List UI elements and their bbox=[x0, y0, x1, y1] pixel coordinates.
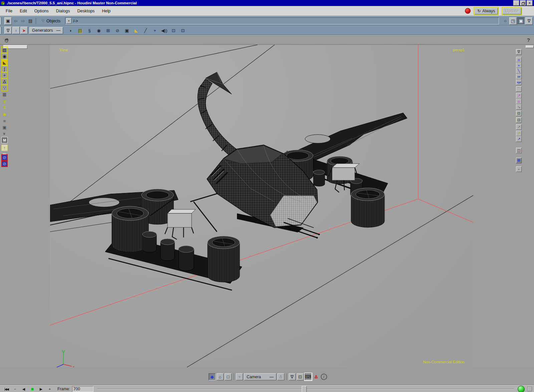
menu-dialogs[interactable]: Dialogs bbox=[52, 7, 74, 15]
timeline-slider[interactable] bbox=[97, 386, 514, 392]
subnet-tree-icon[interactable]: ▤ bbox=[77, 27, 83, 34]
viewport-camera-label[interactable]: persp1 bbox=[453, 48, 465, 52]
null-icon[interactable]: + bbox=[1, 72, 8, 78]
menu-edit[interactable]: Edit bbox=[16, 7, 31, 15]
record-indicator-icon[interactable] bbox=[465, 8, 471, 14]
model-icon[interactable]: ∆ bbox=[1, 78, 8, 85]
arrow-up-c-icon[interactable]: ↗ bbox=[516, 136, 522, 142]
step-forward-button[interactable]: + bbox=[47, 386, 53, 392]
bone-hook-icon[interactable]: § bbox=[86, 27, 93, 34]
hierarchy-up-icon[interactable]: ╨ bbox=[1, 105, 8, 112]
no-entry-a-icon[interactable]: ⊘ bbox=[1, 154, 8, 161]
viewport[interactable]: x z View persp1 Non-Commercial Edition bbox=[50, 45, 473, 367]
frame-all-button[interactable]: □ bbox=[225, 373, 232, 380]
pointer-tool-button[interactable]: ➤ bbox=[20, 27, 28, 34]
objects-context-label[interactable]: Objects bbox=[46, 19, 60, 23]
hand-tool-icon[interactable] bbox=[4, 37, 9, 43]
link-camera-button[interactable]: ♙ bbox=[277, 373, 284, 380]
translate-icon[interactable]: + bbox=[516, 62, 522, 68]
no-entry-b-icon[interactable]: ⊘ bbox=[1, 161, 8, 167]
frame-input[interactable] bbox=[72, 386, 93, 392]
flipbook-button[interactable]: Δ bbox=[313, 373, 320, 380]
menu-options[interactable]: Options bbox=[31, 7, 52, 15]
uv-icon[interactable]: uv bbox=[516, 74, 522, 79]
generators-dropdown[interactable]: Generators — bbox=[29, 27, 63, 34]
building-icon[interactable]: ▦ bbox=[1, 91, 8, 97]
box-select-b-icon[interactable]: ⊡ bbox=[516, 117, 522, 123]
pin-icon[interactable]: ╱ bbox=[142, 27, 149, 34]
quad-view-icon[interactable]: ⊞ bbox=[516, 158, 522, 163]
raise-arrow-button[interactable]: ↑ bbox=[12, 27, 20, 34]
select-filter-button[interactable]: ∇ bbox=[4, 27, 12, 34]
playbar-options-button[interactable] bbox=[527, 387, 532, 391]
light-icon[interactable]: ◣ bbox=[133, 27, 140, 34]
add-view-button[interactable]: + bbox=[236, 373, 243, 380]
always-update-button[interactable]: ↻ Always bbox=[474, 7, 499, 15]
plus-icon[interactable]: + bbox=[516, 166, 522, 172]
keyboard-button[interactable]: ⌨ bbox=[305, 373, 312, 380]
scope-b-icon[interactable]: ⊡ bbox=[180, 27, 186, 34]
scope-a-icon[interactable]: ⊡ bbox=[170, 27, 177, 34]
title-bar[interactable]: ./scenes/!bench/T2000_5.5_ani.hipnc - Ho… bbox=[0, 0, 534, 6]
arrow-icon[interactable]: ↘ bbox=[516, 104, 522, 110]
minimize-button[interactable]: _ bbox=[513, 0, 519, 6]
pose-icon[interactable]: ↗ bbox=[516, 93, 522, 99]
geometry-icon[interactable]: ▧ bbox=[1, 47, 8, 53]
arrow-up-b-icon[interactable]: ↗ bbox=[516, 131, 522, 136]
speaker-icon[interactable]: ◀)) bbox=[161, 27, 168, 34]
motion-view-icon[interactable]: M bbox=[1, 137, 8, 143]
select-icon[interactable]: ∇ bbox=[516, 49, 522, 55]
info-button[interactable]: i bbox=[321, 374, 327, 380]
hierarchy-down-icon[interactable]: ╥ bbox=[1, 97, 8, 104]
stop-button[interactable]: ■ bbox=[29, 386, 35, 392]
timeline-thumb[interactable] bbox=[302, 386, 307, 392]
xyz-icon[interactable]: xyz bbox=[516, 79, 522, 85]
box-select-a-icon[interactable]: ⊡ bbox=[516, 111, 522, 116]
close-button[interactable]: × bbox=[527, 0, 533, 6]
display-pane-button[interactable]: ▣ bbox=[4, 17, 12, 25]
view-mode-button[interactable]: ◆ bbox=[209, 373, 216, 380]
realtime-toggle-icon[interactable] bbox=[518, 386, 525, 392]
camera-icon[interactable]: ◉ bbox=[95, 27, 102, 34]
toolbar-grip[interactable] bbox=[0, 17, 3, 25]
camera-target-icon[interactable]: ⊘ bbox=[114, 27, 121, 34]
home-view-button[interactable]: ⌂ bbox=[217, 373, 224, 380]
metaball-icon[interactable]: ∵ bbox=[1, 85, 8, 91]
viewport-view-label[interactable]: View bbox=[59, 48, 68, 52]
cube-icon[interactable]: ▣ bbox=[123, 27, 130, 34]
network-path-field[interactable]: ▾ /-> bbox=[65, 17, 499, 24]
menu-desktops[interactable]: Desktops bbox=[73, 7, 98, 15]
viewport-canvas[interactable]: x z bbox=[50, 45, 473, 367]
network-boxes-icon[interactable]: ⊞ bbox=[105, 27, 111, 34]
play-forward-button[interactable]: ▶ bbox=[38, 386, 44, 392]
null-plus-icon[interactable]: + bbox=[152, 27, 158, 34]
pane-filter-button[interactable]: ∇ bbox=[525, 17, 533, 25]
history-button[interactable]: ▤ bbox=[27, 18, 34, 24]
update-button[interactable]: Update bbox=[502, 7, 522, 15]
snap-button[interactable]: ⊡ bbox=[297, 373, 304, 380]
camera-box-icon[interactable]: ◫ bbox=[516, 148, 522, 153]
arrow-up-a-icon[interactable]: ↗ bbox=[516, 124, 522, 130]
select-filter-button[interactable]: ∇ bbox=[289, 373, 296, 380]
h-scrollbar[interactable] bbox=[526, 45, 534, 48]
light-icon[interactable]: ◣ bbox=[1, 59, 8, 66]
camera-icon[interactable]: ◉ bbox=[1, 53, 8, 59]
star-icon[interactable]: ✱ bbox=[1, 112, 8, 118]
chevrons-icon[interactable]: » bbox=[1, 131, 8, 137]
dot-icon[interactable]: o bbox=[516, 99, 522, 104]
float-pane-button[interactable]: ◳ bbox=[509, 17, 517, 25]
edit-pen-icon[interactable]: ╲ bbox=[516, 68, 522, 74]
handle-icon[interactable]: o bbox=[516, 57, 522, 62]
rewind-button[interactable]: |◀◀ bbox=[3, 386, 9, 392]
pane-mode-button[interactable]: ▣ bbox=[517, 17, 525, 25]
restore-button[interactable] bbox=[520, 0, 526, 6]
play-backward-button[interactable]: ◀ bbox=[21, 386, 27, 392]
help-button[interactable]: ? bbox=[527, 37, 530, 43]
pin-circle-button[interactable]: ○ bbox=[502, 18, 509, 24]
camera-select[interactable]: Camera — bbox=[244, 373, 276, 380]
back-button[interactable]: ⇦ bbox=[12, 18, 19, 24]
layout-icon[interactable]: ▣ bbox=[1, 124, 8, 131]
forward-button[interactable]: ⇨ bbox=[20, 18, 26, 24]
model-wireframe[interactable] bbox=[50, 72, 407, 290]
path-dropdown-icon[interactable]: ▾ bbox=[66, 18, 71, 24]
